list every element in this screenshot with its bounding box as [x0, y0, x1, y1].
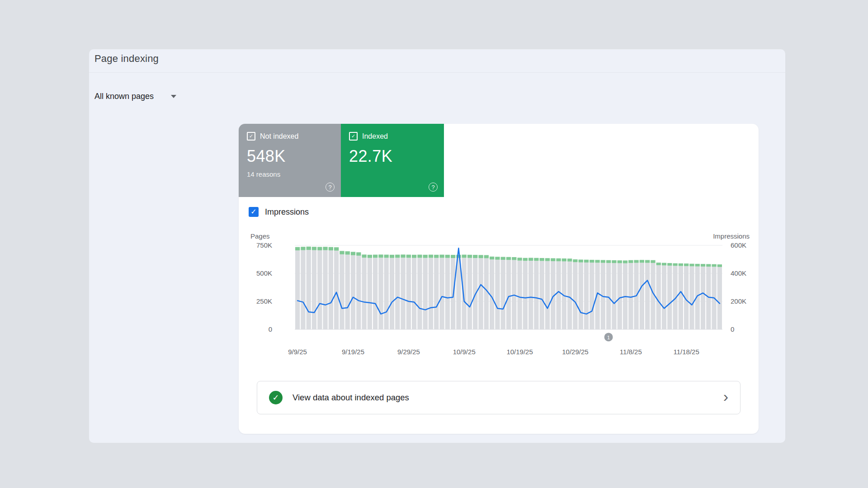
view-indexed-data-button[interactable]: ✓ View data about indexed pages ›: [257, 381, 741, 414]
footer-action-label: View data about indexed pages: [292, 393, 409, 403]
indexing-chart: Pages Impressions 750K 500K 250K 0 600K …: [239, 232, 759, 368]
not-indexed-tile[interactable]: ✓ Not indexed 548K 14 reasons ?: [239, 124, 341, 197]
page-title: Page indexing: [94, 53, 785, 65]
status-tiles: ✓ Not indexed 548K 14 reasons ? ✓ Indexe…: [239, 124, 444, 197]
checkbox-checked-icon: ✓: [247, 132, 255, 141]
help-icon[interactable]: ?: [326, 183, 335, 192]
impressions-checkbox[interactable]: ✓: [249, 207, 259, 217]
chevron-down-icon: [171, 95, 176, 98]
panel-header: Page indexing: [89, 49, 785, 73]
checkbox-checked-icon: ✓: [349, 132, 358, 141]
svg-text:9/9/25: 9/9/25: [288, 348, 307, 356]
indexed-label: Indexed: [362, 132, 388, 141]
not-indexed-tile-header: ✓ Not indexed: [247, 132, 333, 141]
scope-dropdown-label: All known pages: [94, 92, 154, 101]
chart-svg[interactable]: 9/9/259/19/259/29/2510/9/2510/19/2510/29…: [239, 232, 759, 368]
indexed-tile-header: ✓ Indexed: [349, 132, 436, 141]
svg-text:10/29/25: 10/29/25: [562, 348, 588, 356]
indexing-summary-card: ✓ Not indexed 548K 14 reasons ? ✓ Indexe…: [239, 124, 759, 434]
svg-text:11/18/25: 11/18/25: [673, 348, 699, 356]
svg-text:11/8/25: 11/8/25: [620, 348, 642, 356]
chevron-right-icon: ›: [723, 389, 728, 403]
svg-text:9/19/25: 9/19/25: [342, 348, 364, 356]
impressions-checkbox-label: Impressions: [265, 207, 309, 217]
indexed-value: 22.7K: [349, 147, 436, 166]
indexed-tile[interactable]: ✓ Indexed 22.7K ?: [341, 124, 444, 197]
not-indexed-label: Not indexed: [260, 132, 298, 141]
svg-text:10/9/25: 10/9/25: [453, 348, 476, 356]
not-indexed-value: 548K: [247, 147, 333, 166]
impressions-toggle-row: ✓ Impressions: [249, 207, 309, 217]
check-circle-icon: ✓: [269, 391, 283, 404]
page-indexing-panel: Page indexing All known pages ✓ Not inde…: [89, 49, 785, 443]
not-indexed-reasons: 14 reasons: [247, 170, 333, 178]
svg-text:1: 1: [607, 335, 610, 340]
svg-text:9/29/25: 9/29/25: [397, 348, 420, 356]
svg-text:10/19/25: 10/19/25: [506, 348, 533, 356]
help-icon[interactable]: ?: [429, 183, 438, 192]
page-scope-dropdown[interactable]: All known pages: [94, 87, 176, 105]
